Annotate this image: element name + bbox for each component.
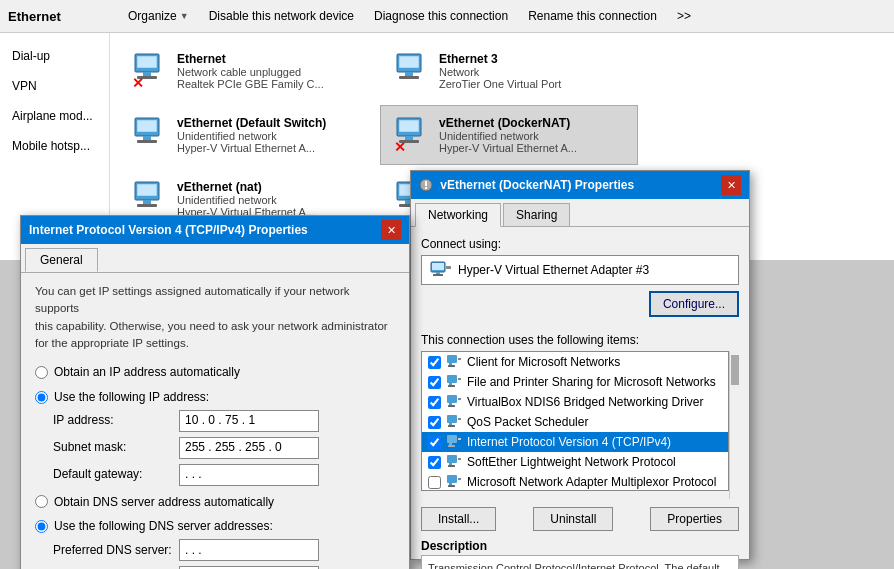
veth-nat-info: vEthernet (nat) Unidentified network Hyp… — [177, 180, 367, 218]
preferred-dns-label: Preferred DNS server: — [53, 542, 173, 559]
subnet-mask-label: Subnet mask: — [53, 439, 173, 456]
network-item-ethernet[interactable]: ✕ Ethernet Network cable unplugged Realt… — [118, 41, 376, 101]
svg-rect-49 — [447, 395, 457, 403]
network-item-dockernat[interactable]: ✕ vEthernet (DockerNAT) Unidentified net… — [380, 105, 638, 165]
properties-tab-networking[interactable]: Networking — [415, 203, 501, 227]
more-button[interactable]: >> — [667, 0, 701, 33]
svg-rect-21 — [137, 204, 157, 207]
svg-rect-10 — [137, 120, 157, 132]
preferred-dns-input[interactable]: . . . — [179, 539, 319, 561]
configure-button[interactable]: Configure... — [649, 291, 739, 317]
items-scrollbar[interactable] — [729, 351, 739, 499]
items-list: Client for Microsoft Networks File and P… — [421, 351, 729, 491]
sidebar-item-dialup[interactable]: Dial-up — [0, 41, 109, 71]
manual-ip-radio-label[interactable]: Use the following IP address: — [35, 389, 395, 406]
dialog-action-buttons: Install... Uninstall Properties — [421, 507, 739, 531]
fileshare-checkbox[interactable] — [428, 376, 441, 389]
ethernet-status: Network cable unplugged — [177, 66, 367, 78]
properties-body: Connect using: Hyper-V Virtual Ethernet … — [411, 227, 749, 569]
properties-button[interactable]: Properties — [650, 507, 739, 531]
auto-ip-group: Obtain an IP address automatically — [35, 364, 395, 381]
veth-default-status: Unidentified network — [177, 130, 367, 142]
list-item-softether[interactable]: SoftEther Lightweight Network Protocol — [422, 452, 728, 472]
svg-rect-39 — [433, 274, 443, 276]
fileshare-label: File and Printer Sharing for Microsoft N… — [467, 375, 716, 389]
organize-chevron: ▼ — [180, 11, 189, 21]
tcpip-tab-general[interactable]: General — [25, 248, 98, 272]
description-text: Transmission Control Protocol/Internet P… — [421, 555, 739, 569]
svg-rect-55 — [448, 425, 455, 427]
tcpipv4-checkbox[interactable] — [428, 436, 441, 449]
mux-checkbox[interactable] — [428, 476, 441, 489]
network-item-veth-default[interactable]: vEthernet (Default Switch) Unidentified … — [118, 105, 376, 165]
svg-rect-68 — [458, 478, 461, 480]
tcpip-close-button[interactable]: ✕ — [381, 220, 401, 240]
subnet-mask-input[interactable]: 255 . 255 . 255 . 0 — [179, 437, 319, 459]
dns-fields: Preferred DNS server: . . . Alternate DN… — [53, 539, 395, 569]
list-item-fileshare[interactable]: File and Printer Sharing for Microsoft N… — [422, 372, 728, 392]
vbox-ndis-icon — [446, 394, 462, 410]
toolbar: Ethernet Organize ▼ Disable this network… — [0, 0, 894, 33]
list-item-tcpipv4[interactable]: Internet Protocol Version 4 (TCP/IPv4) — [422, 432, 728, 452]
ip-address-input[interactable]: 10 . 0 . 75 . 1 — [179, 410, 319, 432]
disable-button[interactable]: Disable this network device — [199, 0, 364, 33]
window-title: Ethernet — [8, 9, 118, 24]
manual-dns-radio[interactable] — [35, 520, 48, 533]
list-item-mux[interactable]: Microsoft Network Adapter Multiplexor Pr… — [422, 472, 728, 491]
auto-ip-radio-label[interactable]: Obtain an IP address automatically — [35, 364, 395, 381]
virtualbox-ndis-checkbox[interactable] — [428, 396, 441, 409]
organize-button[interactable]: Organize ▼ — [118, 0, 199, 33]
softether-checkbox[interactable] — [428, 456, 441, 469]
svg-rect-52 — [458, 398, 461, 400]
install-button[interactable]: Install... — [421, 507, 496, 531]
manual-ip-text: Use the following IP address: — [54, 389, 209, 406]
auto-dns-radio[interactable] — [35, 495, 48, 508]
svg-rect-1 — [137, 56, 157, 68]
disable-label: Disable this network device — [209, 9, 354, 23]
sidebar-item-airplane[interactable]: Airplane mod... — [0, 101, 109, 131]
auto-dns-radio-label[interactable]: Obtain DNS server address automatically — [35, 494, 395, 511]
scrollbar-thumb — [731, 355, 739, 385]
svg-rect-65 — [447, 475, 457, 483]
svg-rect-59 — [448, 445, 455, 447]
svg-text:✕: ✕ — [394, 139, 406, 154]
qos-checkbox[interactable] — [428, 416, 441, 429]
svg-rect-64 — [458, 458, 461, 460]
auto-ip-radio[interactable] — [35, 366, 48, 379]
svg-rect-48 — [458, 378, 461, 380]
svg-rect-44 — [458, 358, 461, 360]
diagnose-button[interactable]: Diagnose this connection — [364, 0, 518, 33]
properties-tabs: Networking Sharing — [411, 199, 749, 227]
dockernat-info: vEthernet (DockerNAT) Unidentified netwo… — [439, 116, 629, 154]
svg-rect-57 — [447, 435, 457, 443]
svg-rect-6 — [399, 56, 419, 68]
manual-ip-group: Use the following IP address: IP address… — [35, 389, 395, 486]
uninstall-button[interactable]: Uninstall — [533, 507, 613, 531]
rename-label: Rename this connection — [528, 9, 657, 23]
default-gateway-input[interactable]: . . . — [179, 464, 319, 486]
items-label: This connection uses the following items… — [421, 333, 739, 347]
sidebar-item-mobile[interactable]: Mobile hotsp... — [0, 131, 109, 161]
client-checkbox[interactable] — [428, 356, 441, 369]
adapter-icon — [430, 261, 452, 279]
svg-rect-67 — [448, 485, 455, 487]
list-item-client[interactable]: Client for Microsoft Networks — [422, 352, 728, 372]
network-item-ethernet3[interactable]: Ethernet 3 Network ZeroTier One Virtual … — [380, 41, 638, 101]
sidebar-item-vpn[interactable]: VPN — [0, 71, 109, 101]
svg-rect-60 — [458, 438, 461, 440]
svg-rect-63 — [448, 465, 455, 467]
adapter-box: Hyper-V Virtual Ethernet Adapter #3 — [421, 255, 739, 285]
manual-ip-radio[interactable] — [35, 391, 48, 404]
adapter-name: Hyper-V Virtual Ethernet Adapter #3 — [458, 263, 649, 277]
rename-button[interactable]: Rename this connection — [518, 0, 667, 33]
tcpip-title: Internet Protocol Version 4 (TCP/IPv4) P… — [29, 223, 308, 237]
fileshare-icon — [446, 374, 462, 390]
list-item-virtualbox-ndis[interactable]: VirtualBox NDIS6 Bridged Networking Driv… — [422, 392, 728, 412]
properties-close-button[interactable]: ✕ — [721, 175, 741, 195]
tcpipv4-icon — [446, 434, 462, 450]
svg-rect-45 — [447, 375, 457, 383]
manual-dns-radio-label[interactable]: Use the following DNS server addresses: — [35, 518, 395, 535]
svg-rect-7 — [405, 72, 413, 76]
properties-tab-sharing[interactable]: Sharing — [503, 203, 570, 226]
list-item-qos[interactable]: QoS Packet Scheduler — [422, 412, 728, 432]
